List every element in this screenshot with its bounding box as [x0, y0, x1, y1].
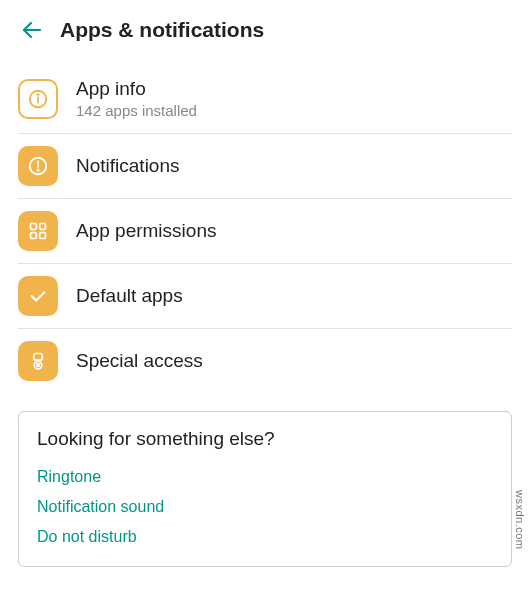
- hint-card: Looking for something else? Ringtone Not…: [18, 411, 512, 567]
- page-title: Apps & notifications: [60, 18, 264, 42]
- header: Apps & notifications: [0, 0, 530, 62]
- svg-rect-9: [31, 233, 37, 239]
- grid-icon: [18, 211, 58, 251]
- svg-rect-11: [34, 354, 42, 361]
- check-icon: [18, 276, 58, 316]
- svg-rect-10: [40, 233, 46, 239]
- hint-link-notification-sound[interactable]: Notification sound: [37, 492, 493, 522]
- item-special-access[interactable]: Special access: [0, 329, 530, 393]
- item-text: Special access: [76, 350, 203, 372]
- back-button[interactable]: [18, 16, 46, 44]
- svg-point-13: [37, 364, 40, 367]
- item-default-apps[interactable]: Default apps: [0, 264, 530, 328]
- item-notifications[interactable]: Notifications: [0, 134, 530, 198]
- svg-point-6: [37, 169, 38, 170]
- item-text: App permissions: [76, 220, 216, 242]
- svg-point-3: [37, 94, 38, 95]
- item-title: Notifications: [76, 155, 180, 177]
- item-title: Default apps: [76, 285, 183, 307]
- item-app-info[interactable]: App info 142 apps installed: [0, 62, 530, 133]
- settings-list: App info 142 apps installed Notification…: [0, 62, 530, 393]
- hint-link-ringtone[interactable]: Ringtone: [37, 462, 493, 492]
- item-app-permissions[interactable]: App permissions: [0, 199, 530, 263]
- item-text: Default apps: [76, 285, 183, 307]
- item-text: Notifications: [76, 155, 180, 177]
- svg-rect-7: [31, 224, 37, 230]
- arrow-left-icon: [20, 18, 44, 42]
- svg-rect-8: [40, 224, 46, 230]
- item-title: Special access: [76, 350, 203, 372]
- item-title: App permissions: [76, 220, 216, 242]
- special-icon: [18, 341, 58, 381]
- hint-link-do-not-disturb[interactable]: Do not disturb: [37, 522, 493, 552]
- alert-icon: [18, 146, 58, 186]
- item-subtitle: 142 apps installed: [76, 102, 197, 119]
- watermark: wsxdn.com: [514, 490, 526, 550]
- info-icon: [18, 79, 58, 119]
- hint-title: Looking for something else?: [37, 428, 493, 450]
- item-title: App info: [76, 78, 197, 100]
- item-text: App info 142 apps installed: [76, 78, 197, 119]
